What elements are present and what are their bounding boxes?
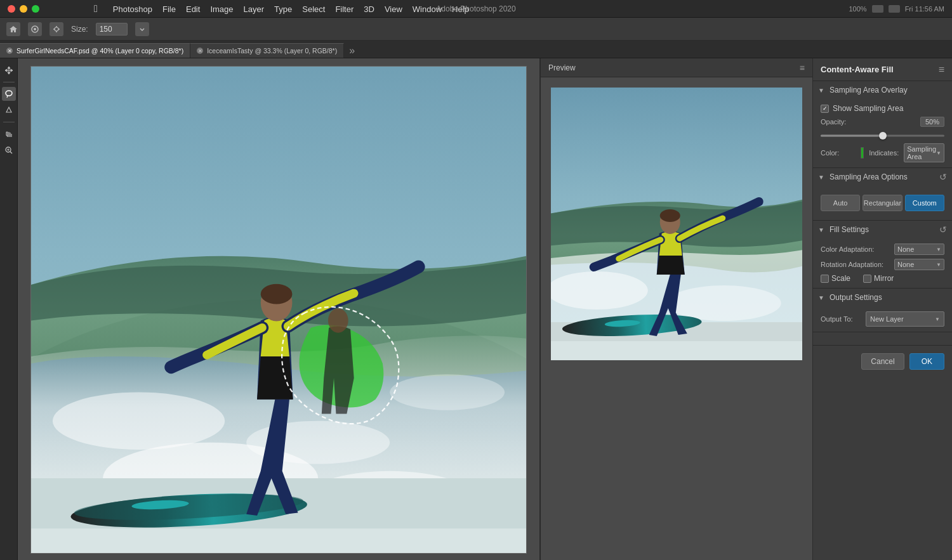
cancel-button[interactable]: Cancel [861,353,904,370]
menu-view[interactable]: View [380,0,407,18]
tool-lasso-poly[interactable] [2,103,16,117]
menu-file[interactable]: File [157,0,181,18]
indicates-arrow: ▼ [936,150,941,156]
scale-mirror-row: Scale Mirror [821,274,944,283]
mirror-checkbox[interactable] [863,275,871,283]
output-to-arrow: ▼ [935,316,940,322]
menu-edit[interactable]: Edit [181,0,205,18]
svg-point-9 [390,374,505,410]
chevron-sampling-options: ▼ [818,174,826,181]
menu-type[interactable]: Type [269,0,297,18]
color-adaptation-row: Color Adaptation: None ▼ [821,244,944,255]
ok-button[interactable]: OK [909,353,944,370]
chevron-fill: ▼ [818,226,826,233]
svg-rect-13 [31,528,526,553]
slider-fill [821,135,883,137]
section-header-sampling-options[interactable]: ▼ Sampling Area Options ↺ [813,168,952,186]
panel-title-text: Content-Aware Fill [821,65,894,74]
rotation-adaptation-select[interactable]: None ▼ [894,259,944,270]
tab-label-1: IceceamIsTasty @ 33.3% (Layer 0, RGB/8*) [207,47,337,55]
dropdown-arrow-icon[interactable] [135,22,149,36]
svg-point-22 [551,271,648,309]
menu-select[interactable]: Select [297,0,330,18]
rotation-adaptation-row: Rotation Adaptation: None ▼ [821,259,944,270]
tab-label-0: SurferGirlNeedsCAF.psd @ 40% (Layer 0 co… [17,47,183,55]
svg-point-7 [53,393,225,450]
section-title-sampling-options: Sampling Area Options [830,173,908,181]
section-title-sampling-overlay: Sampling Area Overlay [830,86,908,94]
menu-layer[interactable]: Layer [239,0,270,18]
menu-3d[interactable]: 3D [359,0,380,18]
btn-custom[interactable]: Custom [905,195,944,211]
opacity-slider[interactable] [821,131,944,141]
section-content-fill: Color Adaptation: None ▼ Rotation Adapta… [813,238,952,288]
tab-1[interactable]: ✕ IceceamIsTasty @ 33.3% (Layer 0, RGB/8… [190,43,344,58]
section-header-output[interactable]: ▼ Output Settings [813,289,952,306]
show-sampling-area-label: Show Sampling Area [833,104,903,113]
tool-separator-2 [3,122,15,122]
indicates-dropdown[interactable]: Sampling Area ▼ [904,143,944,162]
color-adaptation-value: None [897,245,914,253]
zoom-level: 100% [849,5,867,13]
target-icon[interactable] [50,22,63,36]
color-adaptation-select[interactable]: None ▼ [894,244,944,255]
menu-filter[interactable]: Filter [330,0,359,18]
tool-move[interactable] [2,63,16,77]
tool-hand[interactable] [2,127,16,141]
window-title: Adobe Photoshop 2020 [436,4,515,13]
mirror-label: Mirror [874,274,894,283]
tab-more[interactable]: » [344,43,360,58]
canvas-area[interactable] [18,58,539,560]
btn-auto[interactable]: Auto [821,195,860,211]
tab-close-1[interactable]: ✕ [197,48,203,54]
tool-zoom[interactable] [2,143,16,157]
minimize-button[interactable] [20,5,27,13]
slider-thumb[interactable] [879,132,887,140]
section-output-settings: ▼ Output Settings Output To: New Layer ▼ [813,289,952,332]
clock: Fri 11:56 AM [905,5,944,13]
brush-icon[interactable] [28,22,42,36]
menu-photoshop[interactable]: Photoshop [108,0,157,18]
tool-lasso[interactable] [2,87,16,101]
options-bar: Size: [0,18,952,41]
color-indicates-row: Color: Indicates: Sampling Area ▼ [821,143,944,162]
output-to-dropdown[interactable]: New Layer ▼ [866,311,944,327]
menu-image[interactable]: Image [205,0,238,18]
apple-menu[interactable]:  [89,0,103,18]
size-label: Size: [71,25,88,34]
preview-image [551,88,802,360]
color-swatch[interactable] [861,147,864,159]
tool-separator-1 [3,82,15,82]
opacity-value[interactable]: 50% [920,117,944,127]
btn-rectangular[interactable]: Rectangular [863,195,902,211]
scale-label: Scale [831,274,850,283]
close-button[interactable] [8,5,15,13]
home-icon[interactable] [6,22,20,36]
reset-sampling-options[interactable]: ↺ [939,172,947,182]
tab-close-0[interactable]: ✕ [6,48,13,54]
mirror-item: Mirror [863,274,894,283]
section-header-sampling-overlay[interactable]: ▼ Sampling Area Overlay [813,81,952,99]
tab-0[interactable]: ✕ SurferGirlNeedsCAF.psd @ 40% (Layer 0 … [0,43,190,58]
preview-settings-icon[interactable]: ≡ [800,63,805,73]
output-to-label: Output To: [821,315,862,323]
left-toolbar [0,58,18,560]
titlebar:  Photoshop File Edit Image Layer Type S… [0,0,952,18]
titlebar-right: 100% Fri 11:56 AM [849,5,945,13]
panel-menu-icon[interactable]: ≡ [939,64,944,75]
show-sampling-area-checkbox[interactable] [821,105,829,113]
traffic-lights[interactable] [8,5,39,13]
svg-point-1 [34,28,36,30]
section-title-fill: Fill Settings [830,225,869,234]
sampling-btn-group: Auto Rectangular Custom [821,195,944,211]
output-to-value: New Layer [870,315,904,323]
maximize-button[interactable] [32,5,39,13]
reset-fill[interactable]: ↺ [939,225,947,235]
section-content-sampling-overlay: Show Sampling Area Opacity: 50% Color: [813,99,952,167]
size-input[interactable] [96,23,128,36]
scale-checkbox[interactable] [821,275,829,283]
section-sampling-options: ▼ Sampling Area Options ↺ Auto Rectangul… [813,168,952,221]
panel-title: Content-Aware Fill ≡ [813,58,952,81]
section-header-fill[interactable]: ▼ Fill Settings ↺ [813,221,952,238]
section-fill-settings: ▼ Fill Settings ↺ Color Adaptation: None… [813,221,952,289]
